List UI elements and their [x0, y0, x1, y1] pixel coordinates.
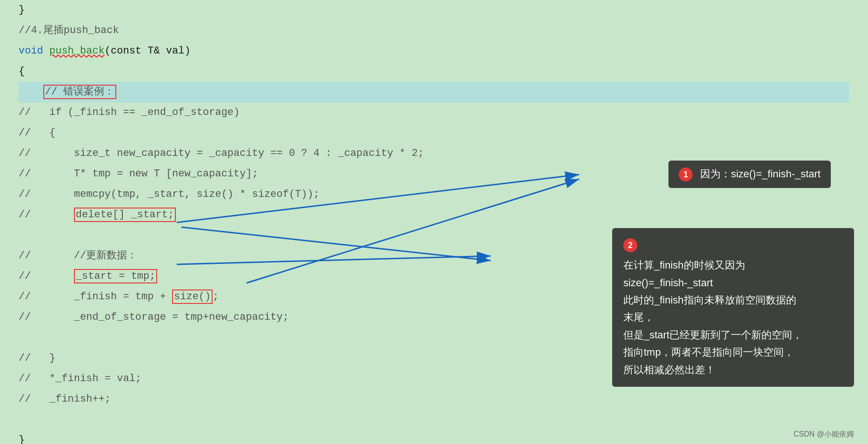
delete-box: delete[] _start;: [74, 208, 176, 222]
code-line-highlighted: // 错误案例：: [19, 82, 849, 102]
code-line: // _finish++;: [19, 389, 849, 410]
error-box: // 错误案例：: [43, 85, 117, 99]
badge-1: 1: [679, 168, 693, 182]
code-line: {: [19, 61, 849, 82]
code-line-empty: [19, 410, 849, 430]
code-line-delete: // delete[] _start;: [19, 205, 849, 225]
annotation-1-text: 因为：size()=_finish-_start: [700, 168, 821, 180]
code-line: }: [19, 0, 849, 20]
code-line: //4.尾插push_back: [19, 20, 849, 41]
code-line: }: [19, 430, 849, 444]
annotation-box-1: 1 因为：size()=_finish-_start: [668, 161, 831, 188]
size-box: size(): [172, 289, 213, 304]
code-line: // {: [19, 123, 849, 143]
start-box: _start = tmp;: [74, 269, 158, 283]
annotation-box-2: 2 在计算_finish的时候又因为 size()=_finish-_start…: [612, 228, 854, 387]
annotation-2-text: 在计算_finish的时候又因为 size()=_finish-_start 此…: [623, 256, 843, 378]
code-line: void push_back(const T& val): [19, 41, 849, 61]
code-line: // if (_finish == _end_of_storage): [19, 102, 849, 123]
badge-2: 2: [623, 238, 637, 252]
watermark: CSDN @小能依姆: [794, 430, 854, 439]
